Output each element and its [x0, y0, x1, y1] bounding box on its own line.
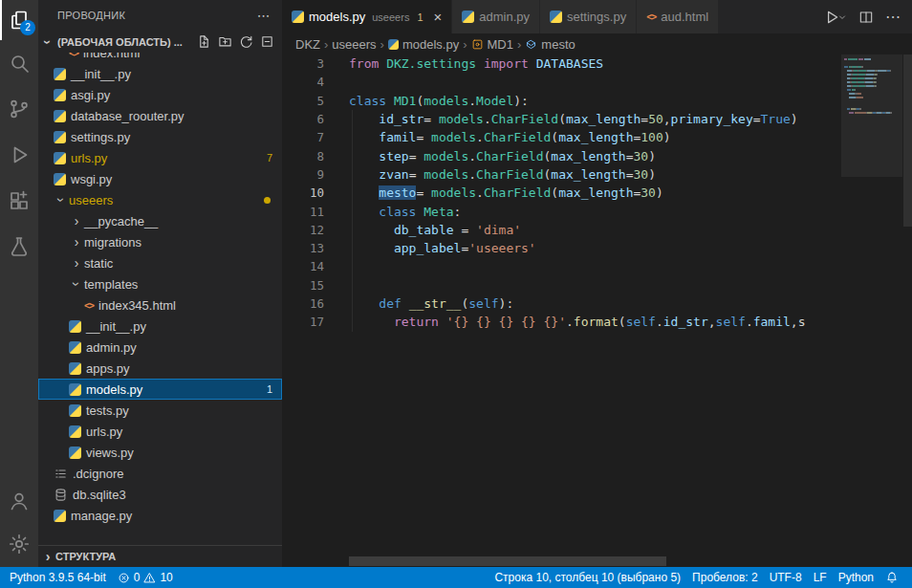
tree-item-__init__.py[interactable]: __init__.py — [38, 316, 282, 337]
tree-item-tests.py[interactable]: tests.py — [38, 400, 282, 421]
code-token: mesto — [379, 185, 416, 200]
python-icon — [69, 446, 81, 459]
code-line-3[interactable]: 3from DKZ.settings import DATABASES — [282, 54, 839, 73]
code-line-10[interactable]: 10 mesto= models.CharField(max_length=30… — [282, 184, 839, 202]
new-file-button[interactable] — [197, 34, 211, 49]
activity-explorer-button[interactable]: 2 — [0, 0, 38, 40]
tree-item-.dcignore[interactable]: .dcignore — [38, 463, 282, 484]
horizontal-scrollbar[interactable] — [349, 556, 666, 566]
code-editor[interactable]: 3from DKZ.settings import DATABASES45cla… — [282, 54, 912, 567]
status-cursor-position[interactable]: Строка 10, столбец 10 (выбрано 5) — [489, 571, 686, 584]
more-actions-button[interactable]: ⋯ — [257, 8, 271, 23]
split-editor-button[interactable] — [858, 10, 874, 25]
modified-dot-icon — [264, 197, 271, 204]
code-token: MD1 — [394, 94, 416, 108]
activity-source-control-button[interactable] — [0, 86, 38, 132]
breadcrumb-mesto[interactable]: mesto — [525, 37, 575, 52]
activity-account-button[interactable] — [0, 481, 38, 521]
status-indentation[interactable]: Пробелов: 2 — [686, 571, 764, 584]
breadcrumb-DKZ[interactable]: DKZ — [295, 37, 320, 52]
tree-item-admin.py[interactable]: admin.py — [38, 337, 282, 358]
tree-item-db.sqlite3[interactable]: db.sqlite3 — [38, 484, 282, 505]
workspace-section-header[interactable]: › (РАБОЧАЯ ОБЛАСТЬ) ... — [38, 31, 282, 53]
tab-admin.py[interactable]: admin.py — [452, 0, 540, 33]
code-line-13[interactable]: 13 app_label='useeers' — [282, 239, 839, 257]
code-line-6[interactable]: 6 id_str= models.CharField(max_length=50… — [282, 110, 839, 128]
code-line-14[interactable]: 14 — [282, 257, 839, 275]
code-line-12[interactable]: 12 db_table = 'dima' — [282, 221, 839, 239]
python-icon — [54, 510, 66, 522]
code-line-5[interactable]: 5class MD1(models.Model): — [282, 92, 839, 110]
run-button[interactable] — [823, 9, 847, 26]
code-token: DKZ.settings — [386, 56, 476, 71]
more-button[interactable]: ⋯ — [885, 8, 901, 26]
tree-item-index.html[interactable]: <>index.html — [38, 53, 282, 63]
tree-item-useeers[interactable]: ›useeers — [38, 189, 282, 210]
activity-extensions-button[interactable] — [0, 178, 38, 224]
activity-search-button[interactable] — [0, 40, 38, 86]
tree-item-urls.py[interactable]: urls.py — [38, 421, 282, 442]
tree-item-models.py[interactable]: models.py1 — [38, 379, 282, 400]
code-line-15[interactable]: 15 — [282, 276, 839, 294]
status-eol[interactable]: LF — [808, 571, 833, 584]
tree-item-database_roouter.py[interactable]: database_roouter.py — [38, 105, 282, 126]
status-language[interactable]: Python — [833, 571, 879, 584]
problems-badge: 7 — [267, 152, 272, 163]
tab-settings.py[interactable]: settings.py — [540, 0, 637, 33]
code-token: ( — [619, 315, 626, 329]
vertical-scrollbar[interactable] — [903, 54, 912, 227]
code-token: = — [753, 112, 761, 126]
tree-item-asgi.py[interactable]: asgi.py — [38, 84, 282, 105]
code-line-11[interactable]: 11 class Meta: — [282, 202, 839, 220]
tree-item-migrations[interactable]: ›migrations — [38, 231, 282, 252]
status-python-version[interactable]: Python 3.9.5 64-bit — [4, 571, 112, 584]
code-line-7[interactable]: 7 famil= models.CharField(max_length=100… — [282, 128, 839, 146]
code-line-9[interactable]: 9 zvan= models.CharField(max_length=30) — [282, 165, 839, 184]
line-number: 6 — [282, 112, 349, 126]
code-line-17[interactable]: 17 return '{} {} {} {} {}'.format(self.i… — [282, 313, 839, 331]
code-token — [349, 130, 379, 144]
code-line-4[interactable]: 4 — [282, 73, 839, 91]
code-token: . — [484, 112, 491, 126]
tree-item-views.py[interactable]: views.py — [38, 442, 282, 463]
chevron-down-icon: › — [54, 192, 69, 207]
status-notifications[interactable] — [879, 571, 904, 584]
code-token: . — [476, 130, 484, 144]
status-encoding[interactable]: UTF-8 — [764, 571, 808, 584]
code-token: models — [423, 94, 468, 108]
outline-section-header[interactable]: › СТРУКТУРА — [38, 545, 282, 567]
tree-item-__pycache__[interactable]: ›__pycache__ — [38, 210, 282, 231]
close-icon[interactable]: × — [434, 10, 443, 24]
refresh-button[interactable] — [239, 34, 253, 49]
code-line-16[interactable]: 16 def __str__(self): — [282, 294, 839, 313]
status-problems[interactable]: 010 — [112, 571, 179, 584]
chevron-down-icon: › — [69, 276, 84, 292]
code-line-8[interactable]: 8 step= models.CharField(max_length=30) — [282, 146, 839, 164]
activity-run-debug-button[interactable] — [0, 132, 38, 178]
code-token: db_table — [394, 223, 454, 237]
breadcrumb-useeers[interactable]: useeers — [332, 37, 376, 52]
collapse-all-icon — [260, 34, 274, 49]
collapse-all-button[interactable] — [260, 34, 274, 49]
tree-item-apps.py[interactable]: apps.py — [38, 358, 282, 379]
tree-item-settings.py[interactable]: settings.py — [38, 126, 282, 147]
code-token: id_str — [379, 112, 423, 126]
breadcrumb-MD1[interactable]: MD1 — [471, 37, 513, 52]
tree-item-manage.py[interactable]: manage.py — [38, 505, 282, 526]
tree-item-static[interactable]: ›static — [38, 252, 282, 273]
minimap[interactable] — [841, 56, 902, 567]
code-token: famil — [753, 315, 791, 329]
tree-item-urls.py[interactable]: urls.py7 — [38, 147, 282, 168]
activity-settings-button[interactable] — [0, 521, 38, 567]
code-token: ( — [551, 130, 558, 144]
tab-models.py[interactable]: models.pyuseeers1× — [282, 0, 452, 33]
tab-aud.html[interactable]: <>aud.html — [637, 0, 719, 33]
breadcrumb-models.py[interactable]: models.py — [388, 37, 459, 52]
tree-item-__init__.py[interactable]: __init__.py — [38, 63, 282, 84]
new-folder-button[interactable] — [218, 34, 232, 49]
tree-item-templates[interactable]: ›templates — [38, 273, 282, 294]
tree-item-wsgi.py[interactable]: wsgi.py — [38, 168, 282, 189]
python-icon — [388, 39, 399, 50]
tree-item-index345.html[interactable]: <>index345.html — [38, 294, 282, 316]
activity-testing-button[interactable] — [0, 224, 38, 270]
